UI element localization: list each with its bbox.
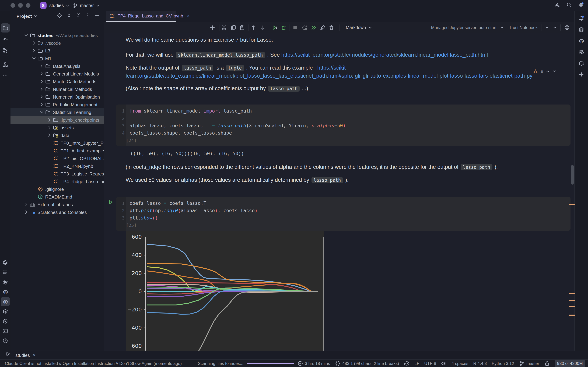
- trust-notebook-button[interactable]: Trust Notebook: [509, 25, 538, 30]
- code-line[interactable]: 3alphas_lasso, coefs_lasso, _ = lasso_pa…: [116, 122, 571, 129]
- move-down-button[interactable]: [259, 23, 267, 32]
- status-copilot[interactable]: [404, 360, 409, 366]
- toolwindow-button-todo[interactable]: [1, 268, 10, 277]
- status-python-3-12[interactable]: Python 3.12: [492, 361, 514, 366]
- toolwindow-button-r-console[interactable]: R: [1, 287, 10, 296]
- status-4-spaces[interactable]: 4 spaces: [451, 361, 468, 366]
- tree-item-tp1-a-first-example-ipynb[interactable]: TP1_A_first_example.ipynb: [10, 147, 104, 154]
- paste-cell-button[interactable]: [238, 23, 246, 32]
- tree-item-vscode[interactable]: .vscode: [10, 39, 104, 47]
- collapse-all-button[interactable]: [76, 13, 81, 20]
- chevron-down-icon[interactable]: [31, 56, 37, 61]
- status-message[interactable]: Claude Client is not installed // Open I…: [5, 361, 182, 366]
- code-line[interactable]: 2: [116, 115, 571, 122]
- code-line[interactable]: 1coefs_lasso = coefs_lasso.T: [116, 200, 571, 207]
- chevron-down-icon[interactable]: [553, 25, 557, 30]
- project-switcher[interactable]: studies: [49, 3, 70, 8]
- chevron-right-icon[interactable]: [46, 125, 52, 130]
- chevron-down-icon[interactable]: [552, 69, 556, 73]
- chevron-right-icon[interactable]: [38, 71, 45, 76]
- minimize-window-button[interactable]: [18, 3, 23, 8]
- cut-cell-button[interactable]: [220, 23, 228, 32]
- toolwindow-button-structure[interactable]: [1, 60, 10, 69]
- tree-item-numerical-optimisation[interactable]: Numerical Optimisation: [10, 93, 104, 101]
- expand-all-button[interactable]: [66, 13, 72, 20]
- clear-outputs-button[interactable]: [319, 23, 327, 32]
- warning-stripe-mark[interactable]: [569, 293, 575, 294]
- copy-cell-button[interactable]: [229, 23, 238, 32]
- search-button[interactable]: [566, 2, 572, 9]
- code-cell-1[interactable]: 1coefs_lasso = coefs_lasso.T2plt.plot(np…: [116, 197, 571, 231]
- tree-item-portfolio-management[interactable]: Portfolio Management: [10, 101, 104, 108]
- tree-item-tp3-logistic-regression-ar[interactable]: TP3_Logistic_Regression_ar: [10, 170, 104, 178]
- project-panel-title[interactable]: Project: [17, 13, 32, 19]
- zoom-window-button[interactable]: [26, 3, 30, 8]
- toolwindow-button-plugin[interactable]: [577, 70, 586, 79]
- chevron-right-icon[interactable]: [46, 133, 52, 138]
- toolwindow-button-services[interactable]: [1, 317, 10, 326]
- tree-item-tp2-knn-ipynb[interactable]: TP2_KNN.ipynb: [10, 162, 104, 170]
- run-cell-button[interactable]: [270, 23, 279, 32]
- add-cell-button[interactable]: [208, 23, 217, 32]
- run-all-button[interactable]: [309, 23, 318, 32]
- toolwindow-button-database[interactable]: [577, 25, 586, 34]
- status-980-of-4200m[interactable]: 980 of 4200M: [554, 360, 585, 367]
- editor-scrollbar-thumb[interactable]: [571, 165, 574, 184]
- run-cell-gutter-icon[interactable]: [108, 200, 113, 206]
- status-unlock[interactable]: [544, 360, 550, 366]
- chevron-up-icon[interactable]: [546, 69, 550, 73]
- warning-stripe-mark[interactable]: [569, 300, 575, 301]
- hide-button[interactable]: [95, 13, 100, 20]
- settings-button[interactable]: [578, 2, 584, 9]
- locate-button[interactable]: [57, 13, 62, 20]
- code-line[interactable]: 3plt.show(): [116, 214, 571, 222]
- chevron-down-icon[interactable]: [23, 33, 29, 38]
- version-control-toolwindow-button[interactable]: [2, 350, 13, 358]
- tree-item-general-linear-models[interactable]: General Linear Models: [10, 70, 104, 78]
- tree-item-ipynb-checkpoints[interactable]: .ipynb_checkpoints: [10, 116, 104, 124]
- code-line[interactable]: 4coefs_lasso.shape, coefs_lasso.shape: [116, 129, 571, 137]
- tree-item-statistical-learning[interactable]: Statistical Learning: [10, 108, 104, 116]
- status-master[interactable]: master: [519, 360, 539, 366]
- notebook-editor[interactable]: 9 We will do the same questions as in Ex…: [104, 33, 575, 351]
- tree-item-numerical-methods[interactable]: Numerical Methods: [10, 85, 104, 93]
- move-up-button[interactable]: [249, 23, 258, 32]
- status-utf-8[interactable]: UTF-8: [424, 361, 436, 366]
- status-lf[interactable]: LF: [415, 361, 419, 366]
- toolwindow-button-graphql[interactable]: [1, 258, 10, 267]
- tree-item-assets[interactable]: assets: [10, 124, 104, 131]
- chevron-right-icon[interactable]: [38, 86, 45, 92]
- add-user-button[interactable]: [554, 2, 560, 9]
- markdown-link[interactable]: https://scikit-learn.org/stable/modules/…: [281, 52, 488, 58]
- chevron-down-icon[interactable]: [38, 109, 45, 115]
- chevron-right-icon[interactable]: [31, 48, 37, 53]
- tree-item-l3[interactable]: L3: [10, 47, 104, 55]
- more-vertical-button[interactable]: [85, 13, 91, 20]
- chevron-right-icon[interactable]: [31, 40, 37, 46]
- toolwindow-button-r-tools[interactable]: R: [1, 297, 10, 306]
- toolwindow-button-layers[interactable]: [1, 307, 10, 316]
- close-window-button[interactable]: [10, 3, 15, 8]
- toolwindow-button-nodes[interactable]: [577, 59, 586, 68]
- toolwindow-button-r-tools[interactable]: R: [577, 36, 586, 45]
- delete-cell-button[interactable]: [327, 23, 336, 32]
- branch-switcher[interactable]: master: [72, 3, 100, 8]
- tree-item-studies[interactable]: studies~/Workspace/studies: [10, 32, 104, 39]
- close-icon[interactable]: ✕: [33, 353, 36, 358]
- restart-kernel-button[interactable]: [300, 23, 309, 32]
- close-tab-icon[interactable]: ✕: [187, 14, 190, 18]
- code-cell-0[interactable]: 1from sklearn.linear_model import lasso_…: [116, 105, 571, 146]
- chevron-right-icon[interactable]: [46, 117, 52, 123]
- warning-stripe-mark[interactable]: [569, 306, 575, 307]
- warning-stripe-mark[interactable]: [569, 204, 575, 205]
- status-r-4-4-3[interactable]: R 4.4.3: [473, 361, 487, 366]
- chevron-down-icon[interactable]: [500, 25, 504, 30]
- code-line[interactable]: 2plt.plot(np.log10(alphas_lasso), coefs_…: [116, 207, 571, 214]
- jupyter-server-selector[interactable]: Managed Jupyter server: auto-start: [431, 25, 496, 30]
- chevron-down-icon[interactable]: [34, 14, 38, 18]
- tree-item-scratches-and-consoles[interactable]: Scratches and Consoles: [10, 208, 104, 216]
- status-3-hrs-18-mins[interactable]: 3 hrs 18 mins: [297, 360, 330, 366]
- toolwindow-tab-studies[interactable]: studies ✕: [15, 353, 36, 358]
- tree-item-tp4-ridge-lasso-and-cv-ip[interactable]: TP4_Ridge_Lasso_and_CV.ip: [10, 178, 104, 185]
- tree-item-external-libraries[interactable]: External Libraries: [10, 201, 104, 208]
